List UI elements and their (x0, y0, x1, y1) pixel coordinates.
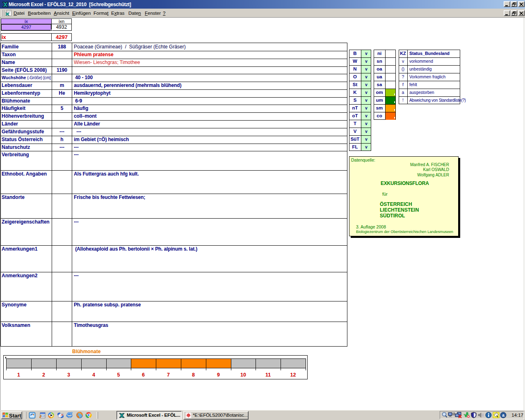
svg-text:a: a (502, 413, 504, 418)
